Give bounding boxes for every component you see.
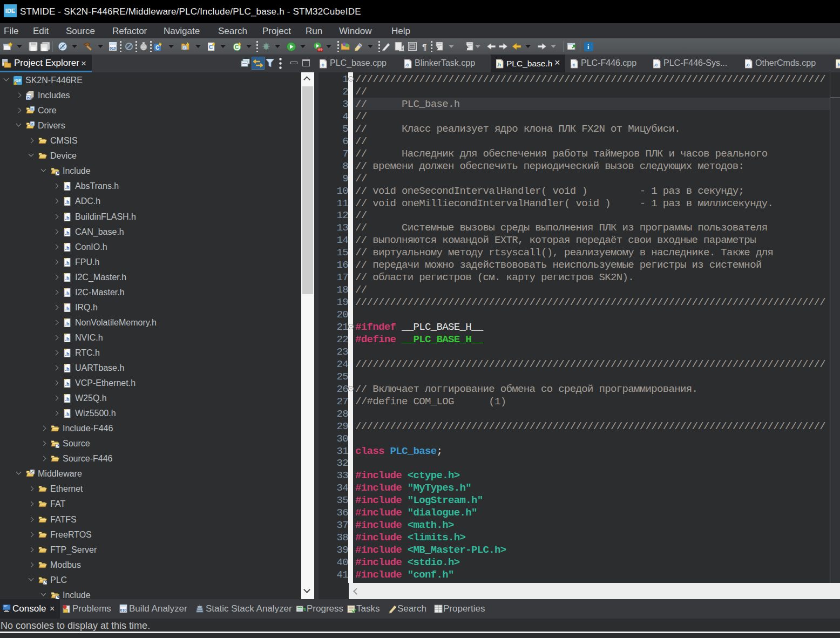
svg-text:.h: .h: [65, 306, 70, 311]
svg-text:.c: .c: [746, 62, 750, 67]
svg-text:.h: .h: [65, 230, 70, 236]
svg-text:h: h: [27, 96, 30, 100]
svg-text:.h: .h: [65, 397, 70, 402]
svg-text:.h: .h: [497, 62, 501, 67]
svg-text:.c: .c: [320, 62, 324, 67]
svg-text:.h: .h: [65, 321, 70, 327]
svg-text:.h: .h: [65, 261, 70, 266]
svg-text:.h: .h: [65, 366, 70, 372]
svg-text:.c: .c: [654, 62, 658, 67]
svg-text:.h: .h: [65, 351, 70, 357]
svg-text:c: c: [31, 122, 33, 126]
svg-text:.h: .h: [65, 215, 70, 221]
svg-text:c: c: [31, 107, 33, 111]
svg-text:.h: .h: [65, 382, 70, 387]
svg-text:.h: .h: [65, 276, 70, 281]
svg-text:.c: .c: [571, 62, 575, 67]
svg-text:.c: .c: [405, 62, 409, 67]
svg-text:.h: .h: [65, 336, 70, 342]
svg-text:.h: .h: [65, 412, 70, 417]
svg-text:.h: .h: [65, 291, 70, 296]
svg-text:C: C: [155, 45, 159, 51]
svg-text:.h: .h: [65, 185, 70, 190]
svg-text:010: 010: [110, 46, 116, 50]
svg-text:.h: .h: [836, 62, 840, 67]
svg-text:010: 010: [120, 608, 127, 612]
svg-text:.h: .h: [65, 246, 70, 251]
svg-text:.h: .h: [65, 200, 70, 205]
svg-text:c: c: [184, 46, 185, 50]
